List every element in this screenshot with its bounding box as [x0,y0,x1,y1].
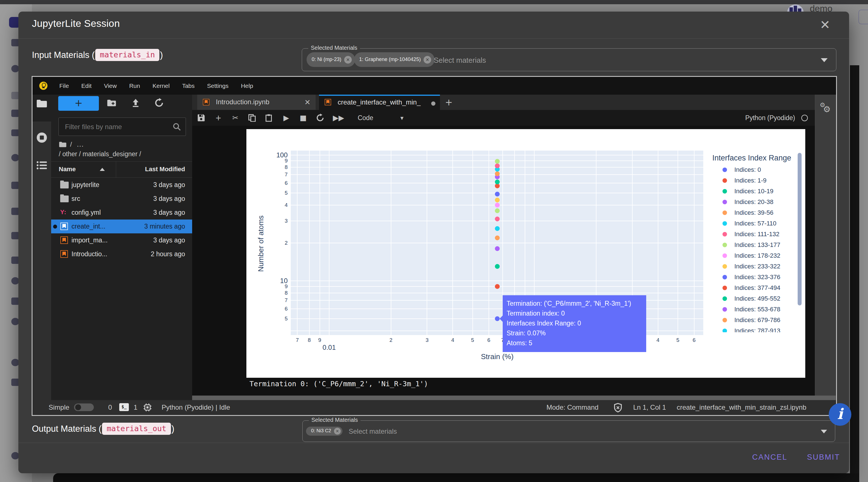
tab-close-icon[interactable]: ✕ [304,98,311,106]
file-row-introductio[interactable]: Introductio...2 hours ago [51,247,192,261]
chip-remove-icon[interactable]: ✕ [334,428,341,435]
scatter-point[interactable] [495,171,500,176]
legend-item[interactable]: Indices: 111-132 [707,229,803,239]
scatter-point[interactable] [495,284,500,289]
new-tab-icon[interactable]: + [445,97,453,108]
folder-icon[interactable] [32,99,51,108]
menu-file[interactable]: File [53,83,75,89]
active-filename[interactable]: create_interface_with_min_strain_zsl.ipy… [677,404,806,411]
scatter-point[interactable] [495,159,500,164]
kernel-status-icon[interactable] [801,115,808,121]
simple-mode-toggle[interactable] [74,404,94,411]
table-of-contents-icon[interactable] [32,160,51,170]
menu-settings[interactable]: Settings [201,83,235,89]
legend-item[interactable]: Indices: 323-376 [707,272,803,283]
menu-tabs[interactable]: Tabs [176,83,200,89]
new-launcher-button[interactable]: + [58,96,99,111]
scatter-point[interactable] [495,226,500,231]
material-chip[interactable]: 0: Ni3 C2 ✕ [306,427,342,436]
breadcrumb-path[interactable]: / other / materials_designer / [59,150,141,158]
restart-run-all-icon[interactable]: ▶▶ [333,114,341,122]
breadcrumb-root[interactable]: / [70,140,72,148]
legend-item[interactable]: Indices: 10-19 [707,186,803,197]
legend-item[interactable]: Indices: 233-322 [707,261,803,272]
save-icon[interactable] [197,114,206,122]
legend-item[interactable]: Indices: 20-38 [707,197,803,207]
chip-remove-icon[interactable]: ✕ [424,56,431,64]
legend-item[interactable]: Indices: 1-9 [707,175,803,186]
legend-item[interactable]: Indices: 0 [707,164,803,175]
upload-icon[interactable] [129,97,142,110]
scatter-point[interactable] [495,202,500,207]
scatter-point[interactable] [495,217,500,222]
info-button[interactable]: i [829,403,851,426]
dropdown-caret-icon[interactable] [821,430,827,433]
scatter-point[interactable] [495,208,500,213]
file-row-config-yml[interactable]: Y:config.yml3 days ago [51,206,192,220]
refresh-icon[interactable] [153,97,165,110]
new-folder-icon[interactable] [105,97,118,110]
running-sessions-icon[interactable] [32,132,51,143]
file-row-src[interactable]: src3 days ago [51,192,192,206]
select-materials-placeholder[interactable]: Select materials [349,427,397,436]
submit-button[interactable]: SUBMIT [807,453,840,462]
run-icon[interactable]: ▶ [282,114,290,122]
cell-type-select[interactable]: Code [358,114,373,122]
insert-cell-icon[interactable]: + [214,114,223,122]
select-materials-placeholder[interactable]: Select materials [434,56,486,65]
column-last-modified[interactable]: Last Modified [145,166,185,173]
kernel-status-text[interactable]: Python (Pyodide) | Idle [162,404,230,411]
chip-remove-icon[interactable]: ✕ [344,56,352,64]
filter-files-input[interactable]: Filter files by name [59,118,186,136]
kernel-name[interactable]: Python (Pyodide) [745,114,795,122]
tab-introduction-notebook[interactable]: Introduction.ipynb ✕ [197,95,316,110]
legend-item[interactable]: Indices: 679-786 [707,315,803,325]
home-folder-icon[interactable] [59,141,67,148]
tab-create-interface-notebook[interactable]: create_interface_with_min_ [319,95,440,110]
legend-item[interactable]: Indices: 39-56 [707,207,803,218]
scatter-point[interactable] [495,197,500,202]
terminal-count[interactable]: 0 [108,404,112,411]
cancel-button[interactable]: CANCEL [752,453,787,462]
scatter-point[interactable] [495,246,500,251]
settings-gears-icon[interactable]: ⚙⚙ [820,101,832,114]
menu-view[interactable]: View [98,83,123,89]
kernel-count[interactable]: 1 [134,404,137,411]
file-row-jupyterlite[interactable]: jupyterlite3 days ago [51,178,192,192]
legend-item[interactable]: Indices: 377-494 [707,283,803,293]
legend-item[interactable]: Indices: 178-232 [707,250,803,261]
scatter-point[interactable] [495,180,500,185]
legend-item[interactable]: Indices: 133-177 [707,239,803,250]
file-row-import-ma[interactable]: import_ma...3 days ago [51,233,192,247]
copy-icon[interactable] [248,114,256,122]
restart-kernel-icon[interactable] [316,114,324,122]
scatter-point[interactable] [495,264,500,269]
dropdown-caret-icon[interactable] [821,58,828,62]
menu-help[interactable]: Help [235,83,259,89]
output-selected-materials-field[interactable]: Selected Materials 0: Ni3 C2 ✕ Select ma… [302,420,835,442]
scatter-point[interactable] [495,192,500,196]
legend-scrollbar[interactable] [798,153,802,306]
menu-kernel[interactable]: Kernel [146,83,176,89]
menu-run[interactable]: Run [123,83,146,89]
notebook-mode[interactable]: Mode: Command [547,404,598,411]
column-name[interactable]: Name [59,166,76,173]
material-chip[interactable]: 0: Ni (mp-23) ✕ [307,52,355,67]
material-chip[interactable]: 1: Graphene (mp-1040425) ✕ [354,52,435,67]
menu-edit[interactable]: Edit [75,83,98,89]
legend-item[interactable]: Indices: 57-110 [707,218,803,229]
paste-icon[interactable] [265,114,274,122]
stop-icon[interactable]: ■ [299,114,307,122]
close-icon[interactable]: ✕ [817,17,833,32]
breadcrumb-ellipsis[interactable]: … [76,140,85,149]
scatter-point[interactable] [495,164,500,168]
input-selected-materials-field[interactable]: Selected Materials 0: Ni (mp-23) ✕ 1: Gr… [302,48,836,71]
legend-item[interactable]: Indices: 495-552 [707,293,803,304]
cell-type-chevron-icon[interactable]: ▾ [400,115,403,122]
cut-icon[interactable]: ✂ [231,114,240,122]
cursor-position[interactable]: Ln 1, Col 1 [633,404,666,411]
horizontal-scrollbar[interactable] [192,395,836,400]
file-row-create-int[interactable]: create_int...3 minutes ago [51,220,192,233]
legend-item[interactable]: Indices: 553-678 [707,304,803,315]
scatter-point[interactable] [495,316,500,321]
